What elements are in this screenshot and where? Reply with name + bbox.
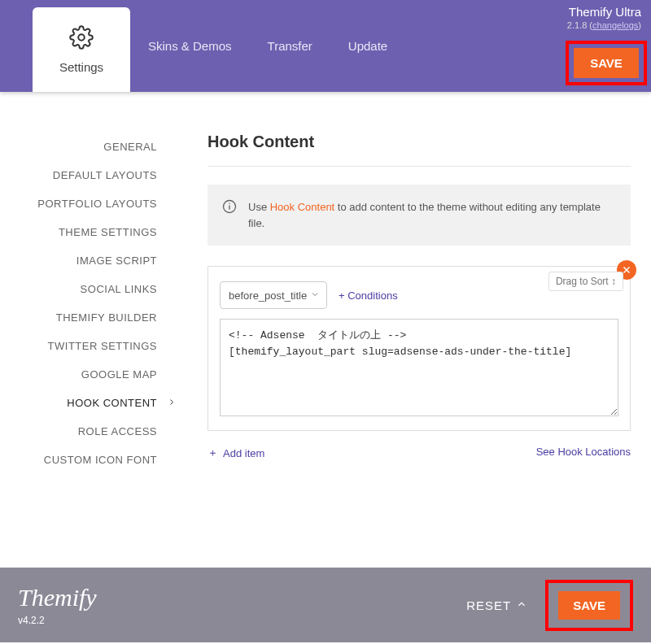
sidebar-item-theme-settings[interactable]: THEME SETTINGS [0, 218, 167, 246]
settings-sidebar: GENERAL DEFAULT LAYOUTS PORTFOLIO LAYOUT… [0, 133, 183, 568]
sidebar-item-portfolio-layouts[interactable]: PORTFOLIO LAYOUTS [0, 189, 167, 218]
tab-transfer[interactable]: Transfer [250, 0, 330, 92]
see-hook-locations-link[interactable]: See Hook Locations [536, 446, 631, 460]
theme-version: 2.1.8 [567, 20, 587, 30]
sidebar-item-custom-icon-font[interactable]: CUSTOM ICON FONT [0, 446, 167, 474]
reset-label: RESET [466, 598, 511, 612]
plus-icon: ＋ [208, 446, 218, 460]
chevron-up-icon [516, 598, 527, 612]
save-highlight-bottom: SAVE [545, 580, 633, 631]
body-layout: GENERAL DEFAULT LAYOUTS PORTFOLIO LAYOUT… [0, 92, 651, 568]
sidebar-item-themify-builder[interactable]: THEMIFY BUILDER [0, 303, 167, 332]
info-icon [222, 199, 237, 219]
sidebar-item-hook-content[interactable]: HOOK CONTENT [0, 389, 167, 417]
save-button-bottom[interactable]: SAVE [558, 591, 620, 620]
theme-name: Themify Ultra [567, 5, 641, 19]
reset-button[interactable]: RESET [466, 598, 527, 612]
chevron-right-icon [167, 396, 177, 410]
info-notice: Use Hook Content to add content to the t… [208, 185, 631, 246]
conditions-link[interactable]: + Conditions [339, 289, 398, 302]
page-title: Hook Content [208, 133, 631, 167]
footer-actions: RESET SAVE [466, 580, 633, 631]
tab-label-update: Update [348, 39, 387, 53]
footer-brand-block: Themify v4.2.2 [18, 584, 97, 626]
sidebar-item-twitter-settings[interactable]: TWITTER SETTINGS [0, 332, 167, 360]
tab-settings[interactable]: Settings [33, 7, 130, 92]
framework-version: v4.2.2 [18, 615, 97, 626]
main-panel: Hook Content Use Hook Content to add con… [183, 133, 651, 568]
sidebar-item-general[interactable]: GENERAL [0, 133, 167, 161]
hook-item-box: Drag to Sort ↕ before_post_title + Condi… [208, 266, 631, 431]
hook-code-textarea[interactable] [220, 319, 618, 416]
add-item-label: Add item [223, 447, 264, 459]
tab-label-transfer: Transfer [268, 39, 312, 53]
theme-version-row: 2.1.8 (changelogs) [567, 20, 641, 30]
changelogs-link[interactable]: changelogs [592, 20, 638, 30]
top-tabs: Settings Skins & Demos Transfer Update [33, 0, 405, 92]
sidebar-item-role-access[interactable]: ROLE ACCESS [0, 417, 167, 446]
tab-update[interactable]: Update [330, 0, 405, 92]
tab-label-skins: Skins & Demos [148, 39, 232, 53]
sidebar-item-google-map[interactable]: GOOGLE MAP [0, 360, 167, 389]
save-highlight-top: SAVE [566, 41, 647, 85]
drag-sort-handle[interactable]: Drag to Sort ↕ [548, 272, 623, 291]
hook-footer-row: ＋ Add item See Hook Locations [208, 446, 631, 460]
sidebar-item-image-script[interactable]: IMAGE SCRIPT [0, 246, 167, 275]
header-meta: Themify Ultra 2.1.8 (changelogs) [567, 5, 641, 30]
save-button-top[interactable]: SAVE [574, 48, 639, 78]
hook-position-value: before_post_title [229, 289, 307, 302]
svg-point-3 [229, 203, 230, 205]
notice-text-pre: Use [248, 201, 270, 213]
footer-bar: Themify v4.2.2 RESET SAVE [0, 568, 651, 642]
tab-skins[interactable]: Skins & Demos [130, 0, 250, 92]
sidebar-item-default-layouts[interactable]: DEFAULT LAYOUTS [0, 161, 167, 189]
sort-arrows-icon: ↕ [611, 276, 616, 287]
hook-position-select[interactable]: before_post_title [220, 281, 327, 309]
drag-sort-label: Drag to Sort [556, 276, 609, 287]
add-item-button[interactable]: ＋ Add item [208, 446, 264, 460]
notice-hook-content-link[interactable]: Hook Content [270, 201, 335, 213]
sidebar-item-social-links[interactable]: SOCIAL LINKS [0, 275, 167, 303]
gear-icon [69, 25, 94, 52]
brand-logo-text: Themify [18, 584, 97, 611]
sidebar-label-hook-content: HOOK CONTENT [67, 397, 157, 409]
tab-label-settings: Settings [59, 60, 103, 74]
svg-point-0 [78, 34, 85, 41]
chevron-down-icon [310, 289, 320, 302]
header-bar: Settings Skins & Demos Transfer Update T… [0, 0, 651, 92]
